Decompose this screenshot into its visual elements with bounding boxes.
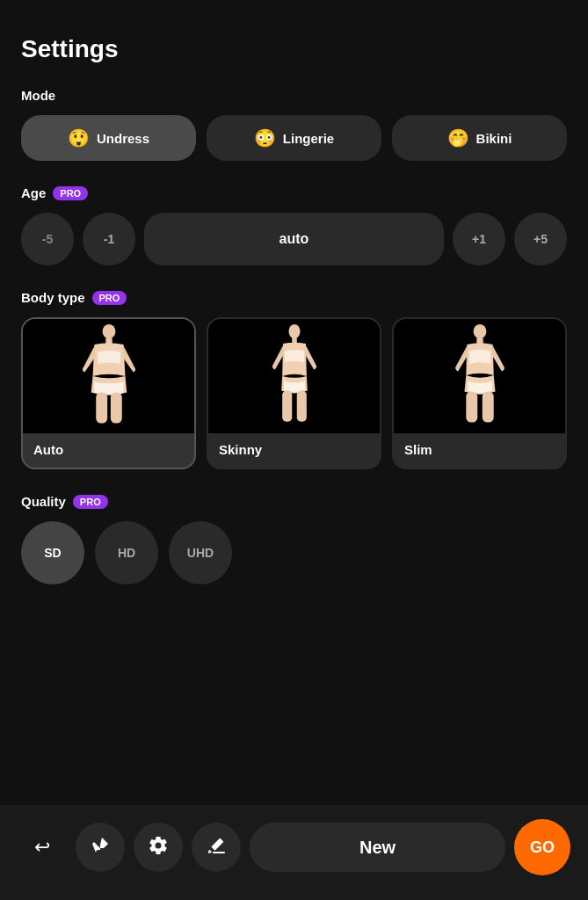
eraser-button[interactable]	[192, 823, 241, 872]
svg-point-0	[102, 324, 115, 339]
svg-point-4	[288, 324, 300, 339]
quality-sd-btn[interactable]: SD	[21, 521, 84, 584]
body-slim-label: Slim	[394, 433, 565, 468]
mode-row: 😲 Undress 😳 Lingerie 🤭 Bikini	[21, 115, 567, 161]
svg-rect-2	[96, 392, 107, 423]
body-type-slim-card[interactable]: Slim	[392, 317, 567, 469]
new-button[interactable]: New	[250, 823, 505, 872]
age-row: -5 -1 auto +1 +5	[21, 213, 567, 265]
back-icon: ↩	[34, 836, 50, 859]
mode-btn-bikini[interactable]: 🤭 Bikini	[392, 115, 567, 161]
bottom-toolbar: ↩ New GO	[0, 805, 588, 900]
settings-button[interactable]	[134, 823, 183, 872]
quality-section-label: Quality PRO	[21, 494, 567, 509]
undress-label: Undress	[97, 131, 149, 146]
new-label: New	[359, 838, 396, 858]
mode-btn-undress[interactable]: 😲 Undress	[21, 115, 196, 161]
quality-row: SD HD UHD	[21, 521, 567, 584]
svg-rect-10	[466, 392, 477, 423]
settings-page: Settings Mode 😲 Undress 😳 Lingerie 🤭 Bik…	[0, 0, 588, 715]
body-type-row: Auto	[21, 317, 567, 469]
mode-section-label: Mode	[21, 88, 567, 103]
body-type-section: Body type PRO	[21, 290, 567, 469]
back-button[interactable]: ↩	[18, 823, 67, 872]
brush-button[interactable]	[76, 823, 125, 872]
svg-rect-3	[110, 392, 121, 423]
svg-rect-7	[296, 391, 306, 422]
age-pro-badge: PRO	[53, 186, 88, 200]
lingerie-label: Lingerie	[283, 131, 334, 146]
age-section-label: Age PRO	[21, 185, 567, 200]
eraser-icon	[206, 835, 227, 860]
age-auto-btn[interactable]: auto	[144, 213, 444, 265]
lingerie-emoji: 😳	[254, 127, 276, 149]
body-type-label: Body type PRO	[21, 290, 567, 305]
age-minus1-btn[interactable]: -1	[83, 213, 135, 265]
body-type-pro-badge: PRO	[92, 291, 127, 305]
body-auto-image	[23, 319, 194, 433]
age-plus5-btn[interactable]: +5	[514, 213, 567, 265]
bikini-emoji: 🤭	[447, 127, 469, 149]
body-skinny-label: Skinny	[208, 433, 380, 468]
age-plus1-btn[interactable]: +1	[453, 213, 505, 265]
body-slim-image	[394, 319, 565, 433]
undress-emoji: 😲	[68, 127, 90, 149]
body-auto-label: Auto	[23, 433, 194, 468]
quality-pro-badge: PRO	[73, 495, 108, 509]
settings-icon	[148, 835, 169, 860]
body-skinny-image	[208, 319, 380, 433]
age-section: Age PRO -5 -1 auto +1 +5	[21, 185, 567, 265]
body-type-skinny-card[interactable]: Skinny	[207, 317, 381, 469]
quality-hd-btn[interactable]: HD	[95, 521, 158, 584]
go-button[interactable]: GO	[514, 819, 570, 875]
svg-point-8	[473, 324, 486, 339]
bottom-spacer	[21, 609, 567, 697]
quality-section: Quality PRO SD HD UHD	[21, 494, 567, 584]
svg-rect-11	[482, 392, 493, 423]
bikini-label: Bikini	[476, 131, 512, 146]
quality-uhd-btn[interactable]: UHD	[169, 521, 232, 584]
brush-icon	[90, 835, 111, 860]
body-type-auto-card[interactable]: Auto	[21, 317, 196, 469]
age-minus5-btn[interactable]: -5	[21, 213, 74, 265]
svg-rect-6	[282, 391, 292, 422]
page-title: Settings	[21, 35, 567, 63]
mode-btn-lingerie[interactable]: 😳 Lingerie	[207, 115, 381, 161]
go-label: GO	[530, 838, 555, 857]
